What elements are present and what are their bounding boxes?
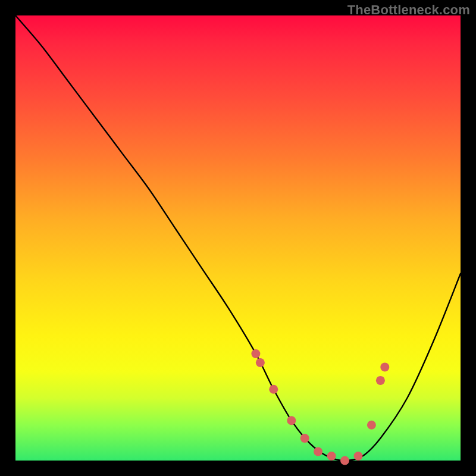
marker-point — [256, 358, 265, 367]
marker-point — [376, 376, 385, 385]
chart-frame: TheBottleneck.com — [0, 0, 476, 476]
marker-point — [340, 456, 349, 465]
marker-point — [251, 349, 260, 358]
marker-point — [354, 452, 363, 461]
curve-layer — [15, 15, 461, 461]
marker-point — [269, 385, 278, 394]
marker-point — [287, 416, 296, 425]
marker-point — [367, 421, 376, 430]
highlight-markers — [251, 349, 389, 465]
marker-point — [314, 447, 322, 456]
marker-point — [327, 452, 336, 461]
bottleneck-curve — [15, 15, 461, 461]
marker-point — [300, 434, 309, 443]
marker-point — [380, 362, 389, 371]
